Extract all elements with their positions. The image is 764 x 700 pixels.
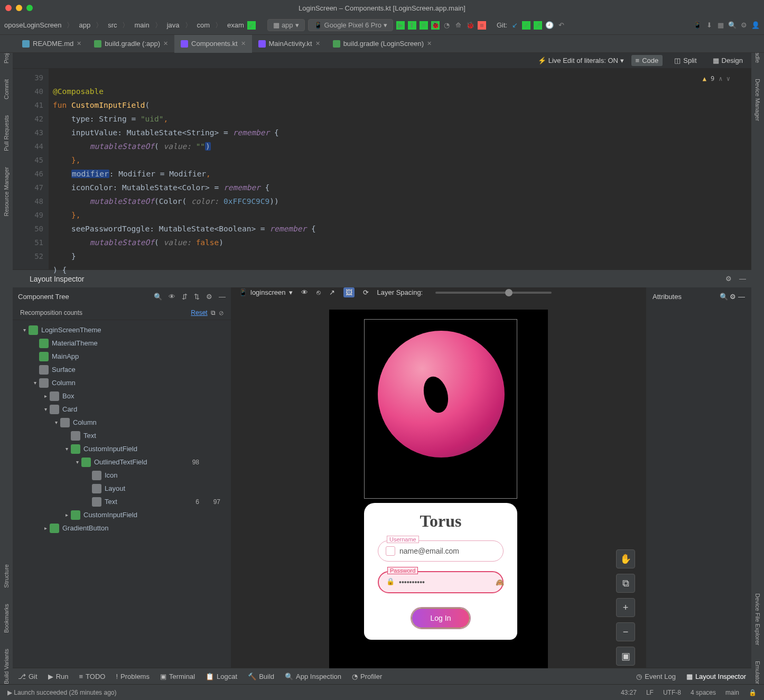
pan-icon[interactable]: ✋ bbox=[616, 549, 635, 568]
chevron-icon[interactable]: ▾ bbox=[31, 380, 39, 386]
status-item[interactable]: main bbox=[725, 689, 739, 696]
status-item[interactable]: 4 spaces bbox=[691, 689, 716, 696]
editor-gutter[interactable]: 3940414243444546474849505152 bbox=[13, 69, 49, 269]
chevron-icon[interactable]: ▾ bbox=[20, 327, 29, 333]
avatar[interactable]: 👤 bbox=[751, 21, 760, 30]
tool-terminal[interactable]: ▣Terminal bbox=[160, 673, 195, 680]
close-tab-icon[interactable]: ✕ bbox=[77, 40, 81, 47]
sync-icon[interactable]: ↙ bbox=[247, 21, 256, 30]
profile-icon[interactable]: ◔ bbox=[443, 21, 451, 30]
password-input[interactable] bbox=[399, 578, 491, 586]
git-update-icon[interactable]: ↙ bbox=[510, 21, 519, 30]
tool-problems[interactable]: !Problems bbox=[116, 673, 150, 680]
reset-button[interactable]: Reset bbox=[191, 309, 207, 316]
hide-icon[interactable]: — bbox=[738, 293, 745, 301]
coverage-icon[interactable]: ≡ bbox=[420, 21, 428, 30]
tool-build[interactable]: 🔨Build bbox=[248, 673, 274, 680]
eye-icon[interactable]: 👁 bbox=[169, 293, 175, 301]
username-input[interactable] bbox=[399, 547, 496, 555]
tool-profiler[interactable]: ◔Profiler bbox=[352, 673, 382, 680]
view-mode-code[interactable]: ≡ Code bbox=[631, 55, 663, 66]
tree-node[interactable]: Layout bbox=[13, 482, 231, 495]
search-icon[interactable]: 🔍 bbox=[720, 293, 728, 301]
tree-node[interactable]: Text bbox=[13, 429, 231, 442]
gear-icon[interactable]: ⚙ bbox=[206, 293, 212, 301]
tree-node[interactable]: ▸Box bbox=[13, 389, 231, 403]
live-icon[interactable]: ⎋ bbox=[316, 288, 321, 296]
zoom-in-icon[interactable]: + bbox=[616, 598, 635, 617]
tool-app-inspection[interactable]: 🔍App Inspection bbox=[285, 673, 341, 680]
export-icon[interactable]: ↗ bbox=[329, 288, 335, 296]
tree-node[interactable]: ▾CustomInputField bbox=[13, 442, 231, 455]
editor-tab[interactable]: build.gradle (:app)✕ bbox=[88, 35, 174, 53]
tree-node[interactable]: Surface bbox=[13, 363, 231, 376]
chevron-icon[interactable]: ▾ bbox=[41, 406, 50, 412]
chevron-icon[interactable]: ▾ bbox=[62, 446, 71, 452]
tree-node[interactable]: ▾Card bbox=[13, 403, 231, 416]
tree-node[interactable]: ▾Column bbox=[13, 416, 231, 429]
search-icon[interactable]: 🔍 bbox=[154, 293, 162, 301]
breadcrumb[interactable]: java bbox=[167, 21, 180, 29]
minimize-window-icon[interactable] bbox=[16, 5, 22, 11]
password-field[interactable]: Password 🔒 🙈 bbox=[378, 571, 504, 593]
tree-node[interactable]: ▸GradientButton bbox=[13, 521, 231, 535]
fit-icon[interactable]: ▣ bbox=[616, 647, 635, 666]
device-selector[interactable]: 📱 loginscreen ▾ bbox=[239, 288, 293, 296]
editor-tab[interactable]: MainActivity.kt✕ bbox=[252, 35, 327, 53]
tool-device-file-explorer[interactable]: Device File Explorer bbox=[754, 593, 761, 645]
tool-run[interactable]: ▶Run bbox=[48, 673, 69, 680]
tree-node[interactable]: Icon bbox=[13, 469, 231, 482]
tree-node[interactable]: ▸CustomInputField bbox=[13, 508, 231, 521]
tool-device-manager[interactable]: Device Manager bbox=[754, 79, 761, 121]
tool-structure[interactable]: Structure bbox=[3, 564, 10, 588]
close-tab-icon[interactable]: ✕ bbox=[315, 40, 320, 47]
stop-icon[interactable]: ■ bbox=[478, 21, 486, 30]
zoom-window-icon[interactable] bbox=[26, 5, 33, 11]
tree-node[interactable]: MainApp bbox=[13, 350, 231, 363]
git-rollback-icon[interactable]: ↶ bbox=[557, 21, 565, 30]
hide-icon[interactable]: — bbox=[219, 293, 226, 301]
git-history-icon[interactable]: 🕘 bbox=[545, 21, 554, 30]
tool-logcat[interactable]: 📋Logcat bbox=[206, 673, 237, 680]
editor-tab[interactable]: README.md✕ bbox=[16, 35, 88, 53]
git-commit-icon[interactable]: ✓ bbox=[522, 21, 530, 30]
attach-debug-icon[interactable]: 🐞 bbox=[466, 21, 474, 30]
window-controls[interactable] bbox=[5, 5, 33, 11]
status-item[interactable]: 43:27 bbox=[621, 689, 637, 696]
filter-icon[interactable]: ⇵ bbox=[182, 293, 188, 301]
tool-emulator[interactable]: Emulator bbox=[754, 661, 761, 684]
rotate-icon[interactable]: 🖼 bbox=[343, 287, 355, 297]
resource-icon[interactable]: ▦ bbox=[716, 21, 725, 30]
breadcrumb[interactable]: com bbox=[197, 21, 210, 29]
tool-git[interactable]: ⎇Git bbox=[18, 673, 38, 680]
breadcrumb[interactable]: main bbox=[134, 21, 149, 29]
disable-icon[interactable]: ⊘ bbox=[219, 309, 223, 316]
git-push-icon[interactable]: ↗ bbox=[534, 21, 542, 30]
sdk-icon[interactable]: ⬇ bbox=[705, 21, 713, 30]
layout-canvas[interactable]: Torus Username Password 🔒 🙈 Log In bbox=[231, 298, 646, 676]
tree-node[interactable]: Text697 bbox=[13, 495, 231, 508]
device-selector[interactable]: 📱 Google Pixel 6 Pro ▾ bbox=[308, 19, 393, 31]
copy-icon[interactable]: ⧉ bbox=[211, 309, 216, 316]
breadcrumb[interactable]: exam bbox=[227, 21, 244, 29]
gear-icon[interactable]: ⚙ bbox=[725, 275, 732, 283]
code-editor[interactable]: ▲9 ∧ ∨@Composable fun CustomInputField( … bbox=[49, 69, 751, 269]
tool-todo[interactable]: ≡TODO bbox=[79, 673, 105, 680]
tool-event-log[interactable]: ◷Event Log bbox=[636, 673, 676, 680]
tool-bookmarks[interactable]: Bookmarks bbox=[3, 604, 10, 633]
layer-spacing-slider[interactable] bbox=[435, 292, 552, 294]
tree-node[interactable]: ▾OutlinedTextField98 bbox=[13, 455, 231, 469]
refresh-icon[interactable]: ⟳ bbox=[363, 288, 369, 296]
chevron-icon[interactable]: ▾ bbox=[73, 459, 81, 465]
view-mode-split[interactable]: ◫ Split bbox=[670, 55, 701, 66]
close-tab-icon[interactable]: ✕ bbox=[163, 40, 168, 47]
username-field[interactable]: Username bbox=[378, 540, 504, 562]
live-edit-label[interactable]: ⚡ Live Edit of literals: ON ▾ bbox=[538, 57, 623, 64]
close-tab-icon[interactable]: ✕ bbox=[427, 40, 432, 47]
editor-tab[interactable]: Components.kt✕ bbox=[174, 35, 251, 53]
eye-icon[interactable]: 👁 bbox=[301, 288, 308, 296]
editor-tab[interactable]: build.gradle (LoginScreen)✕ bbox=[327, 35, 438, 53]
chevron-icon[interactable]: ▸ bbox=[41, 393, 50, 399]
avd-icon[interactable]: 📱 bbox=[693, 21, 702, 30]
gear-icon[interactable]: ⚙ bbox=[730, 293, 736, 301]
